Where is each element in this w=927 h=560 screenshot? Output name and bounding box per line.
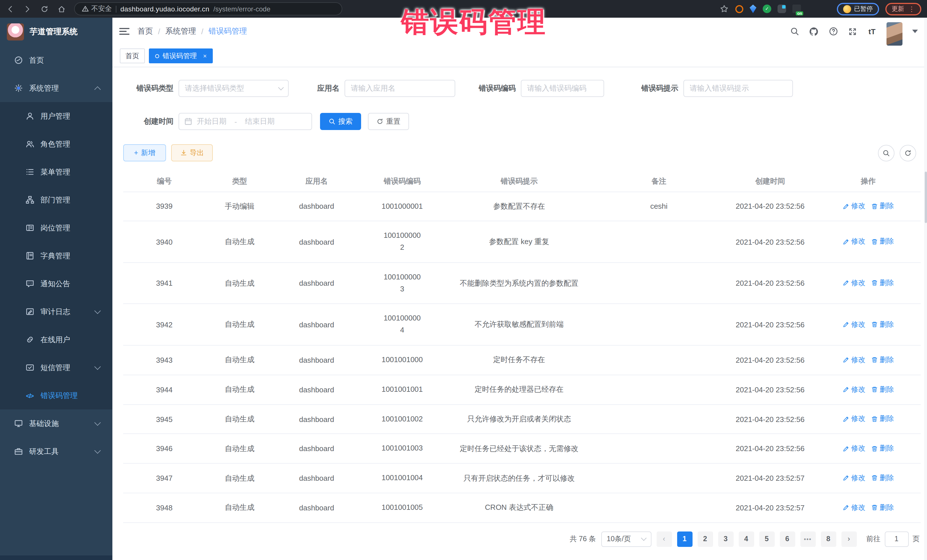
search-icon[interactable]	[790, 27, 799, 36]
edit-button[interactable]: 修改	[843, 414, 865, 424]
page-scrollbar[interactable]	[924, 18, 927, 560]
delete-button[interactable]: 删除	[871, 278, 894, 288]
browser-menu-icon[interactable]: ⋮	[908, 5, 915, 13]
more-pages-button[interactable]: •••	[800, 531, 816, 547]
sidebar-item-部门管理[interactable]: 部门管理	[0, 186, 112, 214]
forward-icon[interactable]	[23, 4, 32, 14]
sidebar-item-研发工具[interactable]: 研发工具	[0, 437, 112, 465]
edit-button[interactable]: 修改	[843, 473, 865, 483]
edit-button[interactable]: 修改	[843, 201, 865, 211]
page-button-2[interactable]: 2	[698, 531, 713, 547]
bookmark-star-icon[interactable]	[720, 4, 729, 14]
edit-button[interactable]: 修改	[843, 444, 865, 453]
breadcrumb-item[interactable]: 系统管理	[166, 26, 196, 36]
table-row: 3946自动生成dashboard1001001003定时任务已经处于该状态，无…	[123, 434, 921, 464]
delete-button[interactable]: 删除	[871, 503, 894, 512]
reset-button[interactable]: 重置	[368, 113, 409, 130]
help-icon[interactable]	[828, 27, 838, 36]
delete-button[interactable]: 删除	[871, 385, 894, 395]
edit-button[interactable]: 修改	[843, 355, 865, 365]
sidebar-item-岗位管理[interactable]: 岗位管理	[0, 214, 112, 242]
app-name-input[interactable]: 请输入应用名	[345, 80, 455, 97]
delete-button[interactable]: 删除	[871, 444, 894, 453]
sidebar-item-短信管理[interactable]: 短信管理	[0, 354, 112, 381]
export-button[interactable]: 导出	[171, 144, 213, 161]
prev-page-button[interactable]: ‹	[656, 531, 672, 547]
tag-错误码管理[interactable]: 错误码管理×	[149, 49, 213, 63]
delete-button[interactable]: 删除	[871, 473, 894, 483]
sidebar-item-基础设施[interactable]: 基础设施	[0, 410, 112, 437]
tag-close-icon[interactable]: ×	[203, 52, 207, 59]
green-v-extension-icon[interactable]: ✓	[763, 5, 771, 13]
delete-button[interactable]: 删除	[871, 414, 894, 424]
page-button-3[interactable]: 3	[718, 531, 733, 547]
fullscreen-icon[interactable]	[848, 27, 857, 36]
tag-首页[interactable]: 首页	[120, 49, 145, 63]
row-actions: 修改删除	[816, 263, 921, 304]
reload-icon[interactable]	[40, 4, 49, 14]
error-code-input[interactable]: 请输入错误码编码	[521, 80, 604, 97]
page-button-4[interactable]: 4	[739, 531, 754, 547]
font-size-icon[interactable]: tT	[867, 27, 877, 36]
edit-button[interactable]: 修改	[843, 503, 865, 512]
page-button-1[interactable]: 1	[677, 531, 692, 547]
page-button-6[interactable]: 6	[780, 531, 795, 547]
add-button[interactable]: + 新增	[123, 144, 166, 161]
update-button[interactable]: 更新 ⋮	[885, 3, 921, 15]
search-button[interactable]: 搜索	[320, 113, 361, 130]
page-button-5[interactable]: 5	[759, 531, 774, 547]
sidebar-item-在线用户[interactable]: 在线用户	[0, 326, 112, 354]
sidebar-item-菜单管理[interactable]: 菜单管理	[0, 158, 112, 186]
on-badge-extension-icon[interactable]	[792, 5, 801, 13]
goto-page-input[interactable]: 1	[884, 531, 909, 547]
refresh-table-icon[interactable]	[900, 144, 916, 161]
sidebar-item-首页[interactable]: 首页	[0, 46, 112, 74]
row-app: dashboard	[274, 263, 359, 304]
back-icon[interactable]	[6, 4, 15, 14]
app-logo[interactable]: 芋道管理系统	[0, 18, 112, 46]
show-search-icon[interactable]	[878, 144, 895, 161]
github-icon[interactable]	[809, 27, 819, 36]
sidebar-item-错误码管理[interactable]: </>错误码管理	[0, 381, 112, 410]
sidebar-item-审计日志[interactable]: 审计日志	[0, 298, 112, 326]
page-button-8[interactable]: 8	[821, 531, 836, 547]
row-id: 3944	[123, 375, 205, 405]
blue-drop-extension-icon[interactable]	[749, 5, 757, 13]
page-size-select[interactable]: 10条/页	[601, 531, 651, 547]
sidebar-item-角色管理[interactable]: 角色管理	[0, 130, 112, 158]
edit-button[interactable]: 修改	[843, 320, 865, 329]
security-warning[interactable]: 不安全	[82, 4, 112, 14]
edit-button[interactable]: 修改	[843, 385, 865, 395]
goto-suffix: 页	[912, 534, 919, 544]
sidebar-item-用户管理[interactable]: 用户管理	[0, 102, 112, 130]
chevron-down-icon	[94, 419, 101, 426]
edit-button[interactable]: 修改	[843, 278, 865, 288]
delete-button[interactable]: 删除	[871, 237, 894, 247]
date-range-picker[interactable]: 开始日期 - 结束日期	[179, 113, 312, 130]
address-bar[interactable]: 不安全 dashboard.yudao.iocoder.cn/system/er…	[74, 2, 342, 15]
delete-button[interactable]: 删除	[871, 320, 894, 329]
sidebar-item-系统管理[interactable]: 系统管理	[0, 74, 112, 102]
sidebar-item-字典管理[interactable]: 字典管理	[0, 242, 112, 270]
sidebar-item-通知公告[interactable]: 通知公告	[0, 270, 112, 298]
scrollbar-thumb[interactable]	[924, 171, 927, 223]
error-hint-input[interactable]: 请输入错误码提示	[684, 80, 793, 97]
user-avatar[interactable]	[886, 22, 903, 46]
dashboard-icon	[14, 56, 23, 65]
user-menu-caret-icon[interactable]	[912, 29, 918, 36]
edit-button[interactable]: 修改	[843, 237, 865, 247]
puzzle-extensions-icon[interactable]	[822, 5, 831, 13]
orange-ring-extension-icon[interactable]	[736, 5, 743, 13]
sidebar-collapse-bar[interactable]	[0, 555, 112, 560]
error-type-select[interactable]: 请选择错误码类型	[179, 80, 289, 97]
next-page-button[interactable]: ›	[841, 531, 857, 547]
delete-button[interactable]: 删除	[871, 201, 894, 211]
row-id: 3943	[123, 345, 205, 375]
paused-profile-badge[interactable]: 已暂停	[837, 3, 879, 15]
grid-extension-icon[interactable]	[778, 5, 786, 13]
key-extension-icon[interactable]	[807, 5, 816, 13]
delete-button[interactable]: 删除	[871, 355, 894, 365]
sidebar-fold-icon[interactable]	[119, 27, 129, 36]
breadcrumb-item[interactable]: 首页	[137, 26, 153, 36]
home-icon[interactable]	[57, 4, 66, 14]
